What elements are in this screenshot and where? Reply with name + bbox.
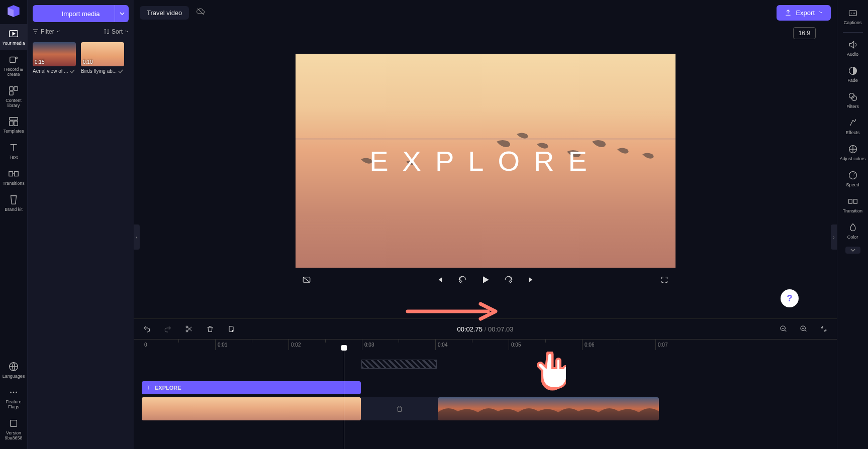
prop-fade[interactable]: Fade <box>837 62 869 87</box>
zoom-in-button[interactable] <box>797 322 811 336</box>
text-icon <box>146 385 152 391</box>
ruler-mark: 0:02 <box>288 340 301 350</box>
prop-filters[interactable]: Filters <box>837 88 869 113</box>
next-frame-button[interactable] <box>525 273 539 287</box>
svg-rect-9 <box>9 172 13 176</box>
import-media-button[interactable]: Import media <box>33 5 129 22</box>
timeline: 00:02.75 / 00:07.03 0 0:01 0:02 0:03 0:0… <box>134 318 837 449</box>
svg-point-21 <box>232 330 233 332</box>
prop-captions[interactable]: Captions <box>837 4 869 29</box>
ruler-mark: 0:03 <box>362 340 374 350</box>
fullscreen-button[interactable] <box>657 273 671 287</box>
filter-button[interactable]: Filter <box>33 28 60 35</box>
nav-record-create[interactable]: Record & create <box>0 50 28 81</box>
media-clip[interactable]: 0:10 Birds flying ab... <box>81 42 124 74</box>
zoom-out-button[interactable] <box>777 322 791 336</box>
nav-label: Feature Flags <box>1 400 27 410</box>
nav-label: Templates <box>3 129 24 134</box>
left-rail: Your media Record & create Content libra… <box>0 0 28 449</box>
crop-button[interactable] <box>224 322 238 336</box>
redo-button[interactable] <box>161 322 175 336</box>
aspect-ratio-button[interactable]: 16:9 <box>793 27 816 39</box>
tutorial-arrow-icon <box>405 301 501 321</box>
upload-icon <box>785 9 792 16</box>
skip-back-button[interactable] <box>455 273 469 287</box>
svg-rect-10 <box>15 172 18 176</box>
timeline-gap[interactable] <box>361 397 438 420</box>
app-logo[interactable] <box>7 4 21 18</box>
import-dropdown-icon[interactable] <box>115 5 129 22</box>
right-rail-expand[interactable] <box>845 247 860 254</box>
nav-content-library[interactable]: Content library <box>0 81 28 113</box>
undo-button[interactable] <box>140 322 154 336</box>
text-clip-label: EXPLORE <box>155 385 181 391</box>
playhead[interactable] <box>344 350 344 449</box>
prop-speed[interactable]: Speed <box>837 166 869 191</box>
fit-timeline-button[interactable] <box>817 322 831 336</box>
nav-text[interactable]: Text <box>0 138 28 164</box>
timeline-timecode: 00:02.75 / 00:07.03 <box>457 325 513 333</box>
nav-transitions[interactable]: Transitions <box>0 164 28 190</box>
nav-brand-kit[interactable]: Brand kit <box>0 190 28 216</box>
skip-forward-button[interactable] <box>502 273 516 287</box>
nav-version[interactable]: Version 9ba8658 <box>0 414 28 445</box>
nav-your-media[interactable]: Your media <box>0 24 28 50</box>
preview-stage: 16:9 EXPLORE <box>134 25 837 318</box>
video-clip[interactable] <box>438 397 659 420</box>
help-button[interactable]: ? <box>781 289 799 307</box>
nav-label: Your media <box>2 41 25 46</box>
split-button[interactable] <box>182 322 196 336</box>
nav-templates[interactable]: Templates <box>0 112 28 138</box>
no-watermark-icon[interactable] <box>300 273 314 287</box>
svg-rect-4 <box>14 86 18 90</box>
svg-rect-16 <box>296 138 676 140</box>
prop-transition[interactable]: Transition <box>837 192 869 217</box>
video-clip[interactable] <box>142 397 361 420</box>
ruler-mark: 0:05 <box>509 340 521 350</box>
nav-label: Record & create <box>1 67 27 77</box>
prev-frame-button[interactable] <box>432 273 446 287</box>
media-clip[interactable]: 0:15 Aerial view of ... <box>33 42 76 74</box>
svg-point-18 <box>186 326 188 328</box>
ruler-mark: 0:06 <box>582 340 594 350</box>
chevron-down-icon <box>125 30 129 34</box>
prop-label: Filters <box>846 104 859 109</box>
nav-label: Version 9ba8658 <box>1 431 27 441</box>
media-panel: Import media Filter Sort 0:15 Aerial vie… <box>28 0 134 449</box>
svg-rect-6 <box>10 118 18 121</box>
svg-rect-37 <box>848 199 852 203</box>
svg-rect-15 <box>11 420 17 427</box>
text-clip[interactable]: EXPLORE <box>142 381 361 394</box>
prop-effects[interactable]: Effects <box>837 114 869 139</box>
preview-text-overlay: EXPLORE <box>369 145 601 177</box>
svg-point-12 <box>10 392 12 393</box>
prop-label: Transition <box>843 208 862 213</box>
cloud-sync-icon[interactable] <box>196 7 205 18</box>
project-name-input[interactable]: Travel video <box>140 6 189 20</box>
nav-languages[interactable]: Languages <box>0 357 28 383</box>
prop-audio[interactable]: Audio <box>837 36 869 61</box>
export-button[interactable]: Export <box>777 5 831 21</box>
trash-icon[interactable] <box>396 405 404 413</box>
nav-more[interactable]: Feature Flags <box>0 383 28 414</box>
clip-duration: 0:15 <box>35 59 44 65</box>
timeline-ruler[interactable]: 0 0:01 0:02 0:03 0:04 0:05 0:06 0:07 <box>134 339 837 350</box>
prop-color[interactable]: Color <box>837 218 869 244</box>
current-time: 00:02.75 <box>457 325 483 333</box>
timeline-tracks[interactable]: EXPLORE <box>134 350 837 449</box>
play-button[interactable] <box>478 273 493 287</box>
export-label: Export <box>796 9 815 17</box>
collapse-right-panel[interactable]: › <box>831 225 837 250</box>
nav-label: Brand kit <box>5 207 23 212</box>
svg-rect-5 <box>10 91 13 95</box>
prop-adjust-colors[interactable]: Adjust colors <box>837 140 869 165</box>
sort-button[interactable]: Sort <box>104 28 129 35</box>
preview-canvas[interactable]: EXPLORE <box>296 54 676 268</box>
clip-duration: 0:10 <box>83 59 92 65</box>
delete-button[interactable] <box>203 322 217 336</box>
prop-label: Speed <box>846 182 859 187</box>
right-rail: Captions Audio Fade Filters Effects Adju… <box>837 0 868 449</box>
check-icon <box>70 69 75 74</box>
import-label: Import media <box>62 10 100 18</box>
ruler-mark: 0 <box>142 340 147 350</box>
